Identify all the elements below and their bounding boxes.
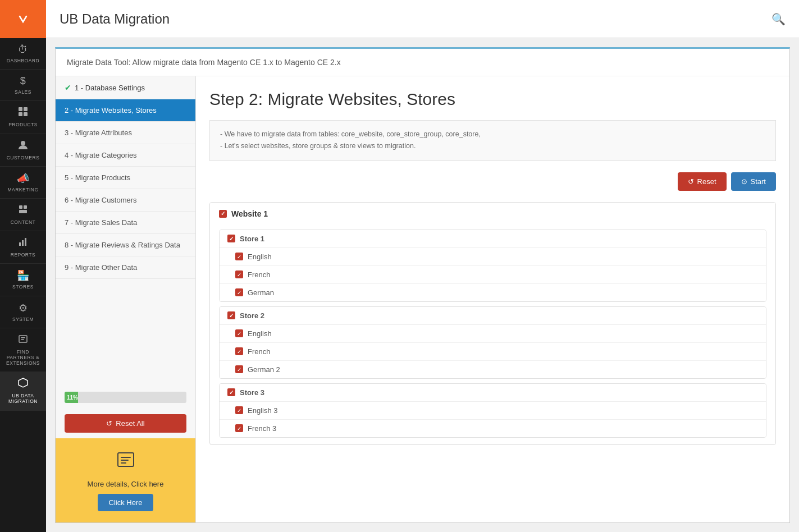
svg-rect-13: [21, 339, 24, 340]
search-icon[interactable]: 🔍: [771, 12, 786, 26]
store-view-english: English: [220, 248, 766, 266]
main-content: UB Data Migration 🔍 Migrate Data Tool: A…: [46, 0, 799, 532]
svg-rect-7: [19, 210, 27, 213]
reset-all-icon: ↺: [106, 419, 112, 428]
sidebar-item-marketing[interactable]: 📣 MARKETING: [0, 167, 46, 199]
store-header-1: Store 1: [220, 230, 766, 248]
view-checkbox-english-3[interactable]: [235, 406, 243, 414]
start-button[interactable]: ⊙ Start: [731, 172, 776, 191]
page-wrapper: Migrate Data Tool: Allow migrate data fr…: [55, 47, 790, 523]
page-header-text: Migrate Data Tool: Allow migrate data fr…: [67, 58, 341, 67]
store-view-french: French: [220, 266, 766, 284]
store-view-german-2: German 2: [220, 361, 766, 378]
sidebar-logo[interactable]: [0, 0, 46, 38]
view-name-french-3: French 3: [248, 424, 276, 433]
step-item-7[interactable]: 7 - Migrate Sales Data: [56, 212, 195, 234]
content-icon: [18, 204, 28, 217]
topbar: UB Data Migration 🔍: [46, 0, 799, 38]
sidebar-item-ubmigration[interactable]: UB DATA MIGRATION: [0, 372, 46, 410]
start-icon: ⊙: [741, 177, 747, 186]
step-heading: Step 2: Migrate Websites, Stores: [209, 90, 776, 109]
view-checkbox-french[interactable]: [235, 270, 243, 278]
sidebar-item-stores[interactable]: 🏪 STORES: [0, 264, 46, 296]
svg-rect-12: [21, 337, 25, 338]
view-checkbox-french-3[interactable]: [235, 424, 243, 432]
website-name-1: Website 1: [231, 209, 268, 218]
partners-icon: [18, 334, 28, 347]
ubmigration-icon: [18, 378, 28, 391]
sidebar-item-label: FIND PARTNERS & EXTENSIONS: [2, 349, 44, 366]
sidebar-item-partners[interactable]: FIND PARTNERS & EXTENSIONS: [0, 328, 46, 373]
view-name-french-2: French: [248, 347, 270, 356]
customers-icon: [18, 140, 28, 153]
svg-rect-0: [19, 107, 22, 111]
sales-icon: $: [20, 75, 26, 87]
step-item-4[interactable]: 4 - Migrate Categories: [56, 144, 195, 167]
website-header-1: Website 1: [210, 203, 775, 225]
inner-layout: ✔ 1 - Database Settings 2 - Migrate Webs…: [56, 76, 789, 522]
action-buttons: ↺ Reset ⊙ Start: [209, 172, 776, 191]
step-item-3[interactable]: 3 - Migrate Attributes: [56, 122, 195, 144]
step-item-9[interactable]: 9 - Migrate Other Data: [56, 256, 195, 279]
step-item-2[interactable]: 2 - Migrate Websites, Stores: [56, 99, 195, 122]
store-view-german: German: [220, 284, 766, 301]
store-name-3: Store 3: [240, 388, 264, 397]
marketing-icon: 📣: [17, 172, 30, 185]
view-name-french: French: [248, 270, 270, 279]
progress-bar-container: 11%: [56, 386, 195, 409]
svg-point-4: [21, 141, 25, 145]
store-checkbox-3[interactable]: [227, 388, 235, 396]
sidebar-item-customers[interactable]: CUSTOMERS: [0, 134, 46, 167]
website-checkbox-1[interactable]: [219, 210, 227, 218]
sidebar-item-content[interactable]: CONTENT: [0, 199, 46, 231]
svg-rect-1: [24, 107, 28, 111]
reset-button[interactable]: ↺ Reset: [678, 172, 727, 191]
store-block-3: Store 3 English 3 French 3: [219, 383, 766, 438]
reset-icon: ↺: [688, 177, 694, 186]
store-checkbox-2[interactable]: [227, 311, 235, 319]
svg-rect-8: [19, 242, 21, 246]
sidebar: ⏱ DASHBOARD $ SALES PRODUCTS CUSTOMERS 📣…: [0, 0, 46, 532]
step-list: ✔ 1 - Database Settings 2 - Migrate Webs…: [56, 76, 195, 386]
view-checkbox-german[interactable]: [235, 288, 243, 296]
sidebar-item-label: SYSTEM: [12, 317, 34, 322]
svg-rect-6: [24, 205, 27, 209]
view-name-german-2: German 2: [248, 365, 280, 374]
store-block-1: Store 1 English French: [219, 230, 766, 302]
info-line-1: - We have to migrate data from tables: c…: [220, 129, 765, 140]
sidebar-item-label: UB DATA MIGRATION: [2, 393, 44, 404]
reset-all-button[interactable]: ↺ Reset All: [65, 414, 186, 433]
sidebar-item-label: STORES: [12, 284, 34, 290]
svg-rect-10: [25, 238, 26, 246]
step-item-8[interactable]: 8 - Migrate Reviews & Ratings Data: [56, 234, 195, 256]
step-item-5[interactable]: 5 - Migrate Products: [56, 167, 195, 189]
sidebar-item-reports[interactable]: REPORTS: [0, 231, 46, 264]
click-here-button[interactable]: Click Here: [98, 494, 154, 511]
store-view-french-2: French: [220, 343, 766, 361]
sidebar-item-dashboard[interactable]: ⏱ DASHBOARD: [0, 38, 46, 70]
sidebar-item-products[interactable]: PRODUCTS: [0, 101, 46, 134]
sidebar-item-system[interactable]: ⚙ SYSTEM: [0, 296, 46, 328]
start-label: Start: [751, 177, 766, 186]
view-checkbox-english[interactable]: [235, 253, 243, 260]
store-checkbox-1[interactable]: [227, 235, 235, 242]
step-item-6[interactable]: 6 - Migrate Customers: [56, 189, 195, 212]
step-item-1[interactable]: ✔ 1 - Database Settings: [56, 76, 195, 99]
view-checkbox-english-2[interactable]: [235, 329, 243, 337]
svg-rect-5: [19, 205, 22, 209]
info-line-2: - Let's select websites, store groups & …: [220, 140, 765, 152]
right-panel: Step 2: Migrate Websites, Stores - We ha…: [196, 76, 789, 522]
store-header-3: Store 3: [220, 384, 766, 402]
view-checkbox-german-2[interactable]: [235, 365, 243, 373]
sidebar-item-sales[interactable]: $ SALES: [0, 70, 46, 101]
progress-bar-bg: 11%: [65, 392, 186, 403]
store-header-2: Store 2: [220, 307, 766, 325]
view-name-english-3: English 3: [248, 406, 277, 415]
page-title: UB Data Migration: [60, 11, 771, 27]
sidebar-item-label: CUSTOMERS: [7, 155, 40, 160]
content-area: Migrate Data Tool: Allow migrate data fr…: [46, 38, 799, 532]
view-checkbox-french-2[interactable]: [235, 347, 243, 355]
system-icon: ⚙: [19, 302, 28, 314]
store-name-2: Store 2: [240, 311, 264, 320]
left-panel: ✔ 1 - Database Settings 2 - Migrate Webs…: [56, 76, 196, 522]
